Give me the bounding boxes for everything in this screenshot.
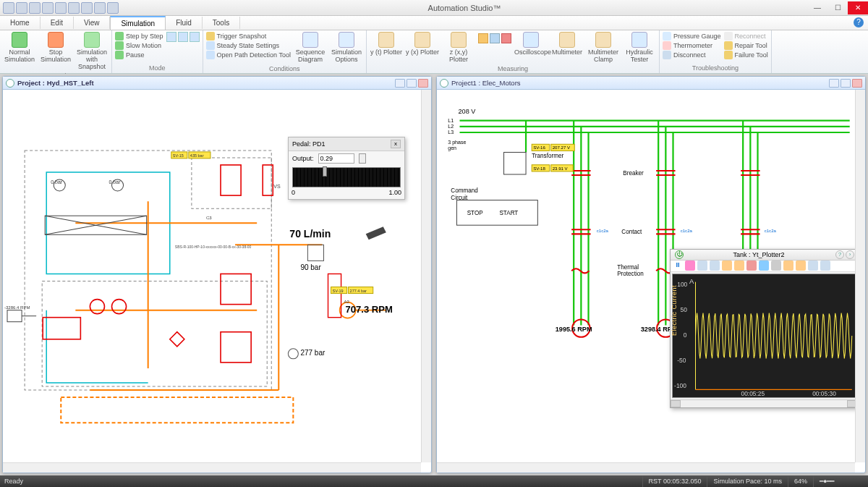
qa-icon[interactable] <box>107 2 119 14</box>
close-button[interactable]: ✕ <box>848 1 868 14</box>
scroll-left-icon[interactable] <box>671 400 681 407</box>
plotter-window[interactable]: ⏻ Tank : Yt_Plotter2 ? › II <box>670 249 858 408</box>
thermometer-button[interactable]: Thermometer <box>663 41 721 50</box>
svg-text:277 bar: 277 bar <box>300 349 326 357</box>
yx-plotter-button[interactable]: y (x) Plotter <box>406 32 439 56</box>
pause-button[interactable]: Pause <box>115 51 163 59</box>
plot-tool-icon[interactable] <box>796 261 806 271</box>
plot-tool-icon[interactable] <box>746 261 757 271</box>
svg-text:L1: L1 <box>448 118 454 124</box>
zxy-plotter-button[interactable]: z (x,y) Plotter <box>442 32 475 64</box>
pause-plot-icon[interactable]: II <box>673 261 683 271</box>
qa-icon[interactable] <box>94 2 106 14</box>
svg-text:Transformer: Transformer <box>532 153 563 159</box>
measuring-icon[interactable] <box>501 33 511 43</box>
hydraulic-tester-button[interactable]: Hydraulic Tester <box>623 32 656 64</box>
mode-icon[interactable] <box>190 32 200 42</box>
power-icon[interactable]: ⏻ <box>675 250 684 259</box>
plotter-forward-icon[interactable]: › <box>846 250 854 259</box>
slider-knob[interactable] <box>323 166 327 177</box>
tab-tools[interactable]: Tools <box>203 17 240 29</box>
right-pane-titlebar[interactable]: Project1 : Elec_Motors <box>437 77 865 90</box>
multimeter-button[interactable]: Multimeter <box>550 32 584 56</box>
svg-text:VS: VS <box>273 184 281 189</box>
left-document-pane: Project : Hyd_HST_Left <box>2 76 432 473</box>
pane-close-button[interactable] <box>418 79 428 88</box>
sequence-diagram-button[interactable]: Sequence Diagram <box>294 32 327 64</box>
tab-view[interactable]: View <box>74 17 111 29</box>
yt-plotter-button[interactable]: y (t) Plotter <box>370 32 403 56</box>
qa-icon[interactable] <box>16 2 27 14</box>
vertical-scrollbar[interactable] <box>421 90 431 462</box>
failure-tool-button[interactable]: Failure Tool <box>724 51 768 59</box>
measuring-icon[interactable] <box>490 33 500 43</box>
plot-tool-icon[interactable] <box>820 261 830 271</box>
svg-text:Breaker: Breaker <box>623 170 644 177</box>
pedal-slider[interactable] <box>292 167 401 187</box>
pane-minimize-button[interactable] <box>829 79 839 88</box>
trigger-snapshot-button[interactable]: Trigger Snapshot <box>206 32 291 41</box>
maximize-button[interactable]: ☐ <box>827 1 848 14</box>
zoom-out-icon[interactable] <box>710 261 720 271</box>
qa-icon[interactable] <box>68 2 80 14</box>
plot-tool-icon[interactable] <box>783 261 793 271</box>
qa-icon[interactable] <box>42 2 54 14</box>
zoom-slider[interactable]: ━●━━ <box>813 475 864 487</box>
mode-icon[interactable] <box>166 32 176 42</box>
plot-tool-icon[interactable] <box>722 261 732 271</box>
pane-restore-button[interactable] <box>407 79 417 88</box>
plot-area[interactable]: Electric Current A 100 50 0 -50 -100 <box>672 274 856 398</box>
svg-text:208 V: 208 V <box>458 108 476 115</box>
plotter-titlebar[interactable]: ⏻ Tank : Yt_Plotter2 ? › <box>671 250 857 261</box>
help-icon[interactable]: ? <box>854 17 864 27</box>
pedal-close-button[interactable]: x <box>391 140 401 148</box>
minimize-button[interactable]: — <box>807 1 827 14</box>
oscilloscope-button[interactable]: Oscilloscope <box>514 32 548 56</box>
plotter-help-icon[interactable]: ? <box>835 250 844 259</box>
tab-home[interactable]: Home <box>0 17 41 29</box>
stop-simulation-button[interactable]: Stop Simulation <box>39 32 72 64</box>
pane-close-button[interactable] <box>852 79 862 88</box>
stepper-up-icon[interactable] <box>359 153 366 164</box>
pedal-panel[interactable]: Pedal: PD1 x Output: 0 1.00 <box>288 137 405 200</box>
scroll-track[interactable] <box>681 400 847 407</box>
plotter-hscroll[interactable] <box>671 399 857 407</box>
svg-text:3 phasegen: 3 phasegen <box>448 140 466 151</box>
tab-fluid[interactable]: Fluid <box>166 17 203 29</box>
vertical-scrollbar[interactable] <box>855 90 865 462</box>
qa-icon[interactable] <box>29 2 41 14</box>
simulation-snapshot-button[interactable]: Simulation with Snapshot <box>75 32 109 71</box>
slow-motion-button[interactable]: Slow Motion <box>115 41 163 50</box>
qa-icon[interactable] <box>3 2 14 14</box>
horizontal-scrollbar[interactable] <box>437 462 855 473</box>
tab-simulation[interactable]: Simulation <box>110 16 166 30</box>
steady-state-button[interactable]: Steady State Settings <box>206 41 291 50</box>
horizontal-scrollbar[interactable] <box>3 462 421 473</box>
zoom-in-icon[interactable] <box>697 261 707 271</box>
left-pane-titlebar[interactable]: Project : Hyd_HST_Left <box>3 77 431 90</box>
pane-restore-button[interactable] <box>841 79 851 88</box>
svg-point-9 <box>112 300 127 314</box>
pane-minimize-button[interactable] <box>395 79 405 88</box>
qa-icon[interactable] <box>81 2 93 14</box>
tab-edit[interactable]: Edit <box>41 17 74 29</box>
pressure-gauge-button[interactable]: Pressure Gauge <box>663 32 721 41</box>
multimeter-clamp-button[interactable]: Multimeter Clamp <box>587 32 620 64</box>
qa-icon[interactable] <box>55 2 67 14</box>
plot-tool-icon[interactable] <box>685 261 695 271</box>
group-label: Mode <box>115 63 200 72</box>
left-pane-body[interactable]: 0 bar 0 bar VS C3 A2 SV-15 435 bar SV-19… <box>3 90 431 473</box>
step-by-step-button[interactable]: Step by Step <box>115 32 163 41</box>
plot-tool-icon[interactable] <box>808 261 818 271</box>
mode-icon[interactable] <box>178 32 188 42</box>
pedal-output-input[interactable] <box>318 153 354 164</box>
plot-tool-icon[interactable] <box>759 261 769 271</box>
simulation-options-button[interactable]: Simulation Options <box>330 32 363 64</box>
measuring-icon[interactable] <box>478 33 488 43</box>
open-path-button[interactable]: Open Path Detection Tool <box>206 51 291 59</box>
plot-tool-icon[interactable] <box>734 261 744 271</box>
right-pane-body[interactable]: 208 V L1 L2 L3 3 phasegen Transformer Br… <box>437 90 865 473</box>
disconnect-button[interactable]: Disconnect <box>663 51 721 59</box>
normal-simulation-button[interactable]: Normal Simulation <box>3 32 36 64</box>
repair-tool-button[interactable]: Repair Tool <box>724 41 768 50</box>
